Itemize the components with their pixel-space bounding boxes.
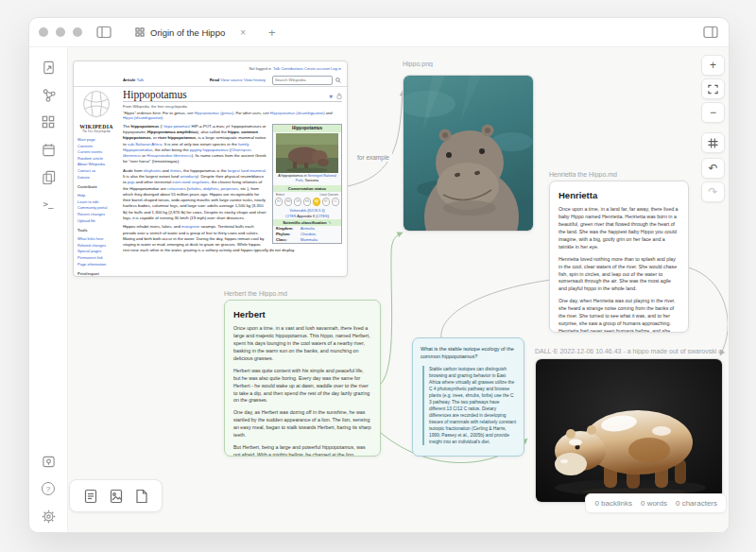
wiki-nav-link[interactable]: Current events: [77, 149, 115, 156]
dalle-image-card[interactable]: [535, 358, 723, 503]
search-icon: [335, 78, 341, 83]
herbert-note-filename: Herbert the Hippo.md: [224, 290, 381, 297]
iucn-status-dot: EX: [275, 198, 283, 206]
left-sidebar-toggle-icon[interactable]: [95, 25, 112, 40]
wiki-nav-link[interactable]: Contents: [77, 144, 115, 150]
canvas-icon[interactable]: [40, 113, 57, 130]
close-tab-icon[interactable]: ×: [240, 27, 246, 38]
wiki-nav-link[interactable]: Upload file: [77, 218, 115, 225]
wiki-nav-link[interactable]: Random article: [77, 156, 115, 163]
daily-note-calendar-icon[interactable]: [40, 141, 57, 158]
wiki-tabs-right[interactable]: Read View source View history: [210, 78, 266, 82]
note-paragraph: Once upon a time, in a land far, far awa…: [558, 206, 679, 251]
wiki-nav-contribute: HelpLearn to editCommunity portalRecent …: [77, 193, 115, 224]
wiki-nav-header: Contribute: [77, 184, 115, 189]
wiki-nav-link[interactable]: Special pages: [77, 249, 115, 255]
infobox-hippo-photo[interactable]: [276, 133, 338, 173]
taxonomy-row: Class:Mammalia: [273, 237, 341, 243]
glass-hippo-image: [536, 359, 723, 503]
wiki-nav-link[interactable]: Page information: [77, 262, 115, 268]
redo-button[interactable]: ↷: [701, 181, 725, 202]
iucn-status-dot: NT: [322, 198, 330, 206]
zoom-to-fit-button[interactable]: [701, 78, 725, 99]
question-note-card[interactable]: What is the stable isotope ecology of th…: [412, 337, 524, 457]
titlebar: Origin of the Hippo × +: [29, 18, 729, 47]
iucn-status-dot: VU: [313, 198, 320, 206]
wiki-nav-main: Main pageContentsCurrent eventsRandom ar…: [77, 137, 115, 181]
add-media-button[interactable]: [109, 489, 124, 504]
traffic-lights: [39, 27, 82, 37]
quick-switcher-icon[interactable]: [40, 59, 57, 76]
note-title: Henrietta: [558, 190, 679, 200]
note-body: Once upon a time, in a vast and lush sav…: [233, 325, 371, 457]
canvas[interactable]: for example Not logged in Talk Contribut…: [68, 47, 729, 532]
canvas-file-icon: [135, 24, 145, 41]
dalle-image-filename: DALL·E 2022-12-06 10.46.43 - a hippo mad…: [535, 348, 723, 354]
iucn-status-scale: Extinct Least Concern EXEWCRENVUNTLC: [273, 192, 341, 208]
henrietta-note-card[interactable]: Henrietta Once upon a time, in a land fa…: [549, 181, 689, 333]
add-file-button[interactable]: [134, 489, 149, 504]
wiki-article: Hippopotamus ★ From Wikipedia, the free …: [117, 87, 347, 277]
wiki-nav-link[interactable]: Community portal: [77, 205, 115, 212]
wiki-nav-link[interactable]: What links here: [77, 236, 115, 243]
edge-label[interactable]: for example: [354, 153, 392, 162]
wiki-hatnote: "Hippo" redirects here. For its genus, s…: [123, 111, 342, 121]
word-count: 0 words: [641, 499, 667, 508]
hippo-image-card[interactable]: [403, 75, 534, 232]
note-body: Once upon a time, in a land far, far awa…: [558, 206, 679, 333]
window-close-button[interactable]: [39, 27, 48, 37]
wiki-nav-link[interactable]: Learn to edit: [77, 199, 115, 206]
question-text: What is the stable isotope ecology of th…: [421, 346, 516, 361]
wikipedia-logo: WIKIPEDIA The Free Encyclopedia: [77, 90, 115, 133]
window-minimize-button[interactable]: [56, 27, 65, 37]
wiki-search-input[interactable]: [272, 76, 333, 85]
henrietta-note-filename: Henrietta the Hippo.md: [549, 171, 689, 178]
add-note-card-button[interactable]: [83, 489, 98, 504]
wiki-tabs-left[interactable]: Article Talk: [123, 78, 144, 82]
wiki-search: Read View source View history: [210, 76, 341, 85]
edit-pencil-icon[interactable]: ✎: [328, 220, 331, 225]
tab-origin-of-the-hippo[interactable]: Origin of the Hippo ×: [128, 21, 253, 43]
wiki-nav-link[interactable]: Recent changes: [77, 212, 115, 218]
help-icon[interactable]: ?: [40, 480, 57, 497]
hippo-image-filename: Hippo.png: [403, 60, 534, 67]
conservation-status-header: Conservation status: [273, 185, 341, 192]
iucn-status-dot: EW: [284, 198, 292, 206]
undo-button[interactable]: ↶: [701, 158, 725, 179]
canvas-card-tools: [69, 479, 163, 512]
wikipedia-embed-card[interactable]: Not logged in Talk Contributions Create …: [73, 60, 348, 277]
iucn-status-dot: CR: [294, 198, 301, 206]
zoom-out-button[interactable]: −: [701, 102, 725, 123]
wiki-nav-link[interactable]: About Wikipedia: [77, 162, 115, 168]
note-paragraph: Once upon a time, in a vast and lush sav…: [233, 325, 371, 363]
templates-icon[interactable]: [40, 168, 57, 185]
classification-header: Scientific classification✎: [273, 219, 341, 226]
wiki-nav-link[interactable]: Contact us: [77, 168, 115, 175]
right-sidebar-toggle-icon[interactable]: [702, 25, 719, 40]
watchlist-star-icon[interactable]: ★: [329, 93, 334, 99]
zoom-in-button[interactable]: +: [701, 55, 725, 76]
infobox-title: Hippopotamus: [273, 125, 341, 132]
snap-to-grid-button[interactable]: [701, 132, 725, 153]
wiki-nav-header: Print/export: [77, 271, 115, 276]
wiki-article-title: Hippopotamus: [123, 89, 187, 100]
wiki-nav-link[interactable]: Related changes: [77, 243, 115, 250]
wiki-personal-links[interactable]: Not logged in Talk Contributions Create …: [74, 61, 347, 74]
iucn-status-dot: EN: [303, 198, 311, 206]
wiki-nav-link[interactable]: Permanent link: [77, 255, 115, 262]
wiki-infobox: Hippopotamus: [272, 124, 342, 244]
graph-view-icon[interactable]: [40, 86, 57, 103]
wiki-nav-link[interactable]: Main page: [77, 137, 115, 144]
wiki-sidebar: WIKIPEDIA The Free Encyclopedia Main pag…: [74, 87, 117, 277]
app-window: Origin of the Hippo × + >_: [28, 17, 730, 533]
window-zoom-button[interactable]: [73, 27, 82, 37]
terminal-icon[interactable]: >_: [40, 196, 57, 213]
wiki-nav-link[interactable]: Help: [77, 193, 115, 199]
wiki-nav-link[interactable]: Donate: [77, 175, 115, 181]
new-tab-button[interactable]: +: [268, 26, 276, 40]
herbert-note-card[interactable]: Herbert Once upon a time, in a vast and …: [224, 300, 381, 457]
status-bar: 0 backlinks 0 words 0 characters: [585, 493, 727, 513]
settings-gear-icon[interactable]: [40, 508, 57, 525]
vault-switcher-icon[interactable]: [40, 453, 57, 470]
note-paragraph: One day, when Henrietta was out playing …: [558, 298, 679, 333]
